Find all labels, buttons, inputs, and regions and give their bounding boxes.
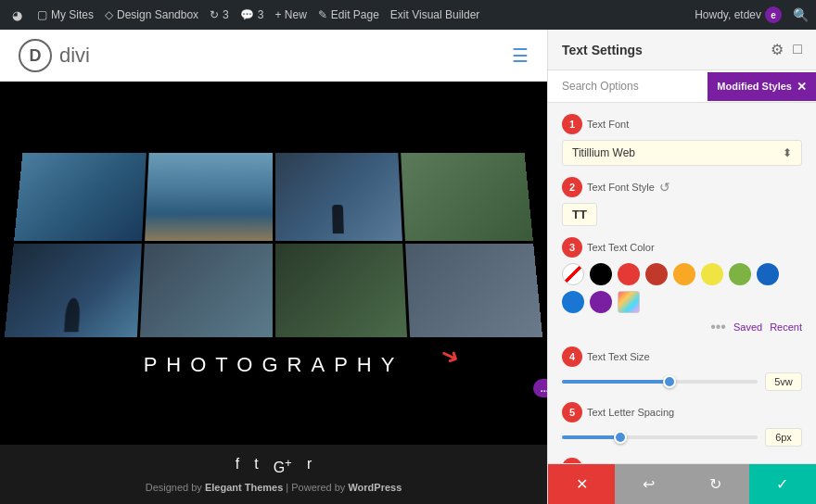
settings-panel: Text Settings ⚙ □ Search Options Modifie… (547, 30, 816, 504)
undo-button[interactable]: ↩ (615, 464, 682, 504)
photo-grid-area: PHOTOGRAPHY ➜ (0, 82, 547, 445)
photo-grid (5, 153, 542, 336)
panel-search-row: Search Options Modified Styles ✕ (548, 70, 816, 103)
text-size-slider[interactable] (562, 380, 758, 384)
color-swatch-blue[interactable] (757, 263, 779, 285)
color-swatch-red2[interactable] (645, 263, 668, 285)
comments-icon: 💬 (240, 8, 254, 21)
panel-header-icons: ⚙ □ (771, 41, 802, 58)
arrow-indicator: ➜ (436, 340, 464, 372)
action-bar: ✕ ↩ ↻ ✓ (548, 463, 816, 504)
admin-bar-exit-visual-builder[interactable]: Exit Visual Builder (390, 8, 480, 21)
hamburger-menu[interactable]: ☰ (512, 44, 529, 67)
search-options-button[interactable]: Search Options (548, 70, 708, 102)
wp-logo[interactable]: ◕ (7, 6, 26, 24)
save-button[interactable]: ✓ (749, 464, 816, 504)
step-badge-3: 3 (562, 237, 582, 258)
admin-bar-howdy[interactable]: Howdy, etdev e (695, 6, 782, 23)
rss-icon[interactable]: r (307, 456, 312, 476)
recent-link[interactable]: Recent (770, 321, 802, 333)
step-badge-2: 2 (562, 177, 582, 197)
settings-icon[interactable]: ⚙ (771, 41, 784, 58)
site-icon: ◇ (105, 8, 113, 21)
admin-bar-updates[interactable]: ↻ 3 (210, 8, 229, 21)
letter-spacing-value[interactable]: 6px (765, 428, 802, 447)
photo-cell-2 (145, 153, 273, 240)
photo-cell-8 (405, 243, 542, 336)
divi-logo: D divi (19, 39, 90, 72)
googleplus-icon[interactable]: G+ ... (274, 456, 292, 476)
admin-bar-comments[interactable]: 💬 3 (240, 8, 264, 21)
panel-title: Text Settings (562, 43, 643, 57)
text-color-group: 3 Text Text Color ••• (562, 237, 802, 335)
reset-icon[interactable]: ↺ (659, 180, 670, 195)
text-size-group: 4 Text Text Size 5vw (562, 346, 802, 391)
user-avatar: e (765, 6, 782, 23)
color-swatch-yellow[interactable] (673, 263, 695, 285)
modified-styles-close[interactable]: ✕ (797, 80, 807, 94)
text-size-label: 4 Text Text Size (562, 346, 802, 367)
text-size-value[interactable]: 5vw (765, 372, 802, 391)
color-swatch-purple[interactable] (590, 291, 612, 313)
color-swatch-green[interactable] (729, 263, 751, 285)
text-font-label: 1 Text Font (562, 114, 802, 134)
color-swatch-transparent[interactable] (562, 263, 584, 285)
color-swatch-blue2[interactable] (562, 291, 584, 313)
color-pencil-icon[interactable] (618, 291, 640, 313)
photo-cell-3 (274, 153, 402, 240)
panel-header: Text Settings ⚙ □ (548, 30, 816, 70)
modified-styles-button[interactable]: Modified Styles ✕ (708, 72, 816, 101)
slider-thumb[interactable] (663, 375, 676, 388)
letter-spacing-slider[interactable] (562, 435, 758, 439)
admin-bar: ◕ ▢ My Sites ◇ Design Sandbox ↻ 3 💬 3 + … (0, 0, 816, 30)
font-select[interactable]: Titillium Web ⬍ (562, 140, 802, 166)
more-dots-icon[interactable]: ••• (710, 319, 726, 335)
admin-bar-new[interactable]: + New (274, 8, 306, 21)
color-swatches (562, 263, 802, 313)
settings-content: 1 Text Font Titillium Web ⬍ 2 Text Font … (548, 103, 816, 463)
edit-icon: ✎ (318, 8, 327, 21)
text-size-slider-row: 5vw (562, 372, 802, 391)
step-badge-4: 4 (562, 346, 582, 367)
chevron-down-icon: ⬍ (783, 146, 792, 159)
slider-track (562, 380, 669, 384)
letter-spacing-group: 5 Text Letter Spacing 6px (562, 402, 802, 447)
text-font-group: 1 Text Font Titillium Web ⬍ (562, 114, 802, 166)
photo-cell-6 (140, 243, 273, 336)
step-badge-1: 1 (562, 114, 582, 134)
font-style-row: TT (562, 203, 802, 226)
chat-bubble: ... (533, 379, 547, 397)
text-color-label: 3 Text Text Color (562, 237, 802, 258)
photography-text: PHOTOGRAPHY (144, 353, 404, 377)
redo-button[interactable]: ↻ (682, 464, 749, 504)
tt-button[interactable]: TT (562, 203, 597, 226)
photo-cell-1 (14, 153, 146, 240)
page-content: D divi ☰ (0, 30, 547, 504)
admin-bar-edit-page[interactable]: ✎ Edit Page (318, 8, 379, 21)
search-icon[interactable]: 🔍 (793, 7, 809, 22)
divi-logo-circle: D (19, 39, 52, 72)
divi-footer: f t G+ ... r Designed by Elegant Themes … (0, 445, 547, 504)
slider-track (562, 435, 620, 439)
close-icon[interactable]: □ (793, 41, 802, 58)
color-swatch-black[interactable] (590, 263, 612, 285)
letter-spacing-slider-row: 6px (562, 428, 802, 447)
photo-cell-4 (401, 153, 532, 240)
updates-icon: ↻ (210, 8, 219, 21)
cancel-button[interactable]: ✕ (548, 464, 615, 504)
slider-thumb[interactable] (614, 431, 627, 444)
divi-header: D divi ☰ (0, 30, 547, 82)
color-swatch-red1[interactable] (618, 263, 640, 285)
photo-cell-7 (275, 243, 408, 336)
color-swatch-yellow2[interactable] (701, 263, 723, 285)
saved-recent-row: ••• Saved Recent (562, 319, 802, 335)
twitter-icon[interactable]: t (254, 456, 258, 476)
admin-bar-design-sandbox[interactable]: ◇ Design Sandbox (105, 8, 198, 21)
facebook-icon[interactable]: f (236, 456, 239, 476)
admin-bar-mysites[interactable]: ▢ My Sites (37, 8, 94, 21)
mysites-icon: ▢ (37, 8, 47, 21)
saved-link[interactable]: Saved (733, 321, 762, 333)
footer-text: Designed by Elegant Themes | Powered by … (146, 482, 402, 493)
photo-cell-5 (5, 243, 142, 336)
text-font-style-group: 2 Text Font Style ↺ TT (562, 177, 802, 226)
